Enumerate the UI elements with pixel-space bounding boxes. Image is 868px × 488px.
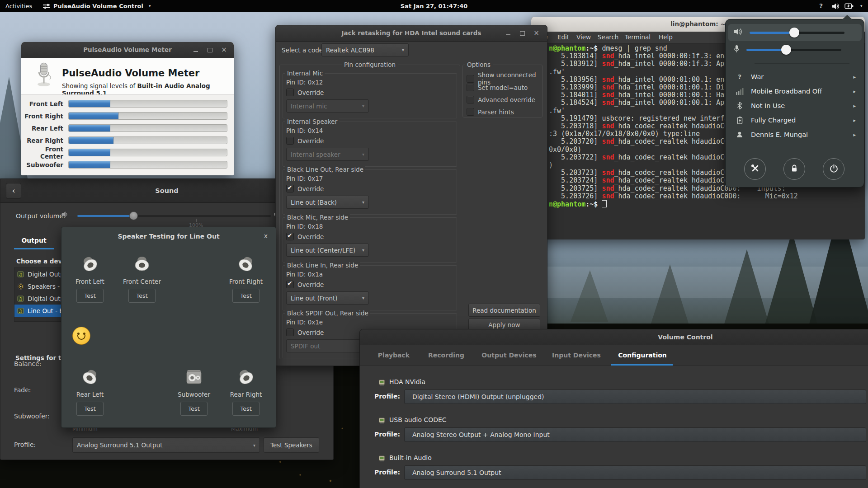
terminal-menu-help[interactable]: Help bbox=[659, 33, 673, 41]
terminal-menu-terminal[interactable]: Terminal bbox=[625, 33, 651, 41]
option-checkbox[interactable] bbox=[467, 96, 474, 103]
volume-status-icon[interactable] bbox=[832, 3, 840, 11]
profile-dropdown[interactable]: Digital Stereo (HDMI) Output (unplugged) bbox=[404, 389, 866, 404]
override-checkbox[interactable] bbox=[286, 328, 294, 336]
chevron-down-icon: ▾ bbox=[362, 152, 364, 157]
test-button[interactable]: Test bbox=[128, 289, 156, 303]
help-status-icon[interactable]: ? bbox=[819, 0, 823, 12]
menu-item-mobile-broadband-off[interactable]: Mobile Broadband Off▸ bbox=[728, 84, 862, 99]
tab-recording[interactable]: Recording bbox=[428, 345, 464, 366]
minimize-icon[interactable] bbox=[193, 47, 199, 53]
terminal-menu-search[interactable]: Search bbox=[598, 33, 618, 41]
pin-kind-value: Line out (Front) bbox=[291, 295, 338, 302]
option-checkbox[interactable] bbox=[467, 108, 474, 116]
test-button[interactable]: Test bbox=[232, 289, 259, 303]
override-checkbox[interactable] bbox=[286, 89, 294, 96]
tab-output[interactable]: Output bbox=[14, 237, 54, 244]
terminal-menu-view[interactable]: View bbox=[576, 33, 591, 41]
level-meter-fill bbox=[69, 100, 110, 107]
volume-slider[interactable] bbox=[750, 32, 844, 34]
speaker-cone-icon bbox=[117, 253, 167, 277]
close-icon[interactable]: × bbox=[533, 30, 540, 37]
pin-kind-dropdown[interactable]: Line out (Back)▾ bbox=[286, 196, 369, 209]
override-checkbox[interactable] bbox=[286, 281, 294, 288]
options-group: Options Show unconnected pinsSet model=a… bbox=[462, 65, 542, 117]
system-menu-chevron-icon[interactable]: ▾ bbox=[860, 0, 863, 12]
override-checkbox-row: Override bbox=[286, 185, 324, 192]
override-checkbox-row: Override bbox=[286, 328, 324, 336]
activities-button[interactable]: Activities bbox=[5, 0, 32, 12]
power-button[interactable] bbox=[823, 158, 844, 180]
battery-status-icon[interactable] bbox=[844, 2, 854, 11]
maximize-icon[interactable] bbox=[519, 30, 526, 37]
output-volume-slider[interactable] bbox=[77, 215, 271, 217]
meter-channel-row: Front Right bbox=[21, 111, 234, 121]
tab-playback[interactable]: Playback bbox=[378, 345, 410, 366]
test-button[interactable]: Test bbox=[76, 289, 104, 303]
meter-channel-rows: Front LeftFront RightRear LeftRear Right… bbox=[21, 94, 234, 175]
test-button[interactable]: Test bbox=[76, 402, 104, 416]
menu-item-label: Fully Charged bbox=[751, 117, 853, 124]
speaker-cell-front-center: Front CenterTest bbox=[117, 253, 167, 303]
profile-dropdown[interactable]: Analog Surround 5.1 Output bbox=[404, 465, 866, 480]
menu-item-fully-charged[interactable]: Fully Charged▸ bbox=[728, 113, 862, 127]
maximize-icon[interactable] bbox=[207, 47, 213, 53]
read-documentation-button[interactable]: Read documentation bbox=[468, 304, 540, 317]
pin-section-label: Black Mic, Rear side bbox=[285, 214, 350, 221]
pin-id-label: Pin ID: 0x1e bbox=[286, 319, 323, 326]
pin-kind-dropdown[interactable]: Line out (Center/LFE)▾ bbox=[286, 244, 369, 257]
pavucontrol-titlebar[interactable]: Volume Control bbox=[360, 329, 868, 345]
chevron-down-icon: ▾ bbox=[362, 103, 364, 108]
override-checkbox-row: Override bbox=[286, 281, 324, 288]
mic-slider[interactable] bbox=[746, 49, 841, 51]
options-label: Options bbox=[465, 61, 493, 68]
option-checkbox[interactable] bbox=[467, 84, 474, 91]
tab-configuration[interactable]: Configuration bbox=[618, 345, 667, 366]
pin-section-label: Internal Mic bbox=[285, 70, 325, 77]
close-icon[interactable]: x bbox=[264, 232, 268, 239]
override-checkbox-row: Override bbox=[286, 89, 324, 96]
test-button[interactable]: Test bbox=[232, 402, 259, 416]
mic-slider-knob[interactable] bbox=[781, 45, 791, 55]
window-title: Volume Control bbox=[658, 329, 712, 345]
close-icon[interactable]: × bbox=[221, 47, 227, 53]
app-menu-button[interactable]: PulseAudio Volume Control ▾ bbox=[43, 0, 151, 12]
override-checkbox[interactable] bbox=[286, 233, 294, 240]
override-checkbox[interactable] bbox=[286, 137, 294, 145]
sound-card-icon: ♫ bbox=[17, 295, 24, 302]
test-speakers-button[interactable]: Test Speakers bbox=[264, 437, 319, 453]
terminal-menu-edit[interactable]: Edit bbox=[557, 33, 569, 41]
output-volume-knob[interactable] bbox=[129, 211, 138, 220]
menu-item-dennis-e-mungai[interactable]: Dennis E. Mungai▸ bbox=[728, 127, 862, 142]
speaker-position-label: Front Center bbox=[117, 278, 167, 285]
minimize-icon[interactable] bbox=[505, 30, 512, 37]
test-button[interactable]: Test bbox=[180, 402, 208, 416]
override-label: Override bbox=[297, 281, 324, 288]
tab-output-devices[interactable]: Output Devices bbox=[481, 345, 536, 366]
pin-section-label: Internal Speaker bbox=[285, 118, 339, 125]
pavucontrol-window: Volume Control PlaybackRecordingOutput D… bbox=[359, 329, 868, 488]
subwoofer-icon bbox=[169, 366, 219, 390]
pulseaudio-volume-meter-window: PulseAudio Volume Meter × PulseAudio Vol… bbox=[21, 42, 234, 175]
profile-dropdown[interactable]: Analog Surround 5.1 Output▾ bbox=[72, 437, 260, 453]
lock-button[interactable] bbox=[783, 158, 805, 180]
volume-slider-knob[interactable] bbox=[789, 28, 799, 38]
chevron-right-icon: ▸ bbox=[853, 74, 856, 80]
profile-dropdown[interactable]: Analog Stereo Output + Analog Mono Input bbox=[404, 427, 866, 442]
pin-kind-dropdown[interactable]: Line out (Front)▾ bbox=[286, 291, 369, 305]
menu-item-not-in-use[interactable]: Not In Use▸ bbox=[728, 99, 862, 113]
profile-value: Digital Stereo (HDMI) Output (unplugged) bbox=[412, 393, 544, 400]
device-label: Digital Outp bbox=[28, 271, 64, 278]
pin-section-label: Black Line In, Rear side bbox=[285, 262, 360, 269]
active-tab-underline bbox=[611, 364, 673, 366]
pin-configuration-label: Pin configuration bbox=[342, 61, 398, 68]
tab-input-devices[interactable]: Input Devices bbox=[552, 345, 601, 366]
codec-dropdown[interactable]: Realtek ALC898▾ bbox=[321, 43, 409, 56]
menu-item-label: War bbox=[751, 73, 853, 80]
option-row: Parser hints bbox=[467, 108, 514, 116]
volume-100-tick bbox=[196, 219, 197, 222]
override-checkbox[interactable] bbox=[286, 185, 294, 192]
option-checkbox[interactable] bbox=[467, 75, 474, 83]
settings-button[interactable] bbox=[744, 158, 766, 180]
menu-item-war[interactable]: ?War▸ bbox=[728, 70, 862, 84]
